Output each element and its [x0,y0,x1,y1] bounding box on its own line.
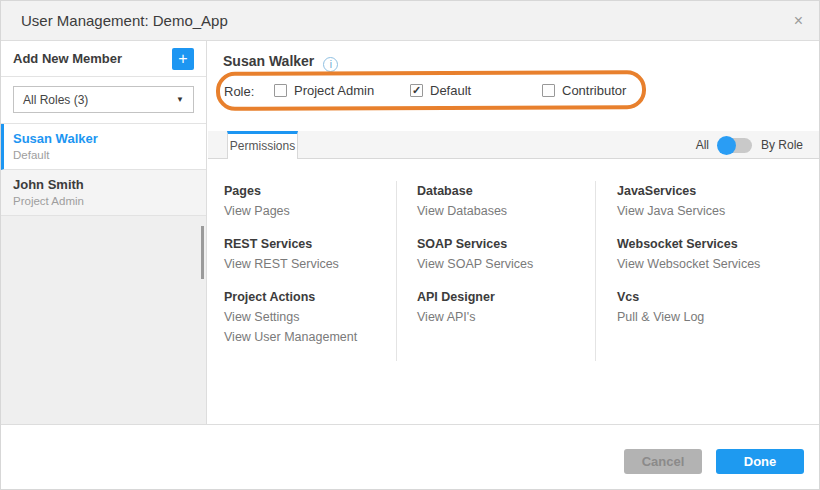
role-option-project-admin: Project Admin [274,83,374,98]
checkbox-label: Project Admin [294,83,374,98]
dialog-footer: Cancel Done [1,424,819,489]
done-button[interactable]: Done [716,449,804,474]
plus-icon: + [178,50,187,67]
role-checkbox-row: Role: Project Admin ✓ Default Contributo… [208,83,819,99]
permissions-column-3: JavaServices View Java Services Websocke… [617,181,807,340]
permission-group-title: JavaServices [617,181,807,201]
permission-item: View Websocket Services [617,254,807,274]
toggle-label-by-role: By Role [761,138,803,152]
all-by-role-toggle-group: All By Role [696,131,803,159]
user-management-dialog: User Management: Demo_App × Add New Memb… [0,0,820,490]
permission-item: View REST Services [224,254,389,274]
permission-item: View User Management [224,327,389,347]
column-divider [396,181,397,361]
toggle-label-all: All [696,138,709,152]
member-role: Default [13,149,194,161]
permission-group-rest-services: REST Services View REST Services [224,234,389,274]
checkbox-project-admin[interactable] [274,84,287,97]
info-icon[interactable]: i [323,57,338,72]
checkbox-default[interactable]: ✓ [410,84,423,97]
toggle-knob [717,136,736,155]
permission-group-database: Database View Databases [417,181,587,221]
permission-item: View API's [417,307,587,327]
member-name: John Smith [13,177,194,192]
selected-member-name: Susan Walkeri [223,53,338,72]
permission-group-api-designer: API Designer View API's [417,287,587,327]
check-icon: ✓ [412,84,421,96]
permission-item: View Java Services [617,201,807,221]
members-sidebar: Add New Member + All Roles (3) ▼ Susan W… [1,41,207,424]
permission-item: View Pages [224,201,389,221]
permission-group-title: Pages [224,181,389,201]
permission-group-title: Database [417,181,587,201]
checkbox-label: Default [430,83,471,98]
tab-permissions[interactable]: Permissions [227,131,298,159]
roles-filter-wrap: All Roles (3) ▼ [1,77,206,124]
permission-group-title: API Designer [417,287,587,307]
permission-group-title: Websocket Services [617,234,807,254]
cancel-button[interactable]: Cancel [624,449,702,474]
permission-group-title: SOAP Services [417,234,587,254]
permission-group-project-actions: Project Actions View Settings View User … [224,287,389,347]
permission-item: Pull & View Log [617,307,807,327]
member-name: Susan Walker [13,131,194,146]
sidebar-scrollbar-thumb[interactable] [201,226,204,279]
permission-group-title: Vcs [617,287,807,307]
roles-filter-value: All Roles (3) [23,93,88,107]
member-role: Project Admin [13,195,194,207]
checkbox-contributor[interactable] [542,84,555,97]
permission-group-title: REST Services [224,234,389,254]
member-item-susan-walker[interactable]: Susan Walker Default [1,124,206,170]
permission-group-vcs: Vcs Pull & View Log [617,287,807,327]
permission-group-title: Project Actions [224,287,389,307]
roles-filter-select[interactable]: All Roles (3) ▼ [13,86,194,113]
permission-group-pages: Pages View Pages [224,181,389,221]
permission-group-javaservices: JavaServices View Java Services [617,181,807,221]
permissions-column-1: Pages View Pages REST Services View REST… [224,181,389,360]
permission-group-soap-services: SOAP Services View SOAP Services [417,234,587,274]
permission-item: View Databases [417,201,587,221]
chevron-down-icon: ▼ [176,95,184,104]
dialog-title: User Management: Demo_App [21,1,228,41]
role-label: Role: [224,84,254,99]
close-icon[interactable]: × [794,1,803,41]
column-divider [595,181,596,361]
role-option-default: ✓ Default [410,83,471,98]
permissions-tab-bar: Permissions All By Role [208,131,819,159]
permission-item: View Settings [224,307,389,327]
add-member-row: Add New Member + [1,41,206,77]
member-item-john-smith[interactable]: John Smith Project Admin [1,170,206,216]
permission-group-websocket-services: Websocket Services View Websocket Servic… [617,234,807,274]
add-member-button[interactable]: + [172,48,194,70]
permission-item: View SOAP Services [417,254,587,274]
dialog-header: User Management: Demo_App × [1,1,819,41]
permissions-column-2: Database View Databases SOAP Services Vi… [417,181,587,340]
member-detail-panel: Susan Walkeri Role: Project Admin ✓ Defa… [208,41,819,424]
all-by-role-toggle[interactable] [718,138,752,153]
role-option-contributor: Contributor [542,83,626,98]
add-member-label: Add New Member [13,51,122,66]
checkbox-label: Contributor [562,83,626,98]
